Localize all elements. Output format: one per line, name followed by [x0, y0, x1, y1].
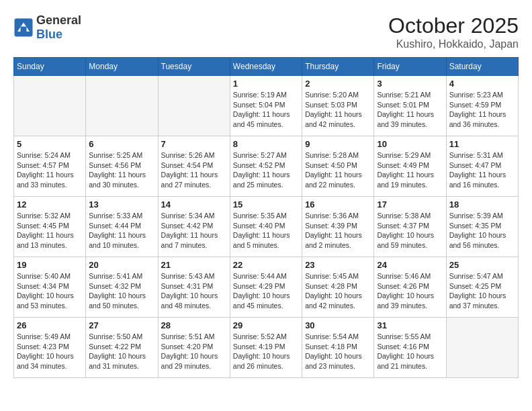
- calendar-cell: 5Sunrise: 5:24 AM Sunset: 4:57 PM Daylig…: [14, 136, 86, 197]
- calendar-cell: 22Sunrise: 5:44 AM Sunset: 4:29 PM Dayli…: [230, 257, 302, 318]
- day-number: 13: [89, 199, 154, 210]
- day-info: Sunrise: 5:31 AM Sunset: 4:47 PM Dayligh…: [449, 150, 515, 190]
- calendar-cell: 16Sunrise: 5:36 AM Sunset: 4:39 PM Dayli…: [302, 197, 374, 257]
- logo-general: General: [36, 13, 81, 27]
- day-number: 18: [449, 199, 515, 210]
- day-info: Sunrise: 5:32 AM Sunset: 4:45 PM Dayligh…: [17, 211, 83, 250]
- day-number: 4: [449, 79, 515, 89]
- day-number: 9: [305, 139, 371, 149]
- calendar-cell: 21Sunrise: 5:43 AM Sunset: 4:31 PM Dayli…: [158, 257, 230, 318]
- calendar-cell: 18Sunrise: 5:39 AM Sunset: 4:35 PM Dayli…: [446, 197, 518, 257]
- day-number: 24: [377, 260, 443, 270]
- day-number: 29: [233, 320, 299, 330]
- calendar-cell: 10Sunrise: 5:29 AM Sunset: 4:49 PM Dayli…: [374, 136, 446, 197]
- week-row-4: 19Sunrise: 5:40 AM Sunset: 4:34 PM Dayli…: [14, 257, 519, 318]
- day-number: 10: [377, 139, 443, 149]
- day-number: 8: [233, 139, 299, 149]
- day-number: 31: [377, 320, 443, 330]
- day-number: 22: [233, 260, 299, 270]
- calendar-cell: 20Sunrise: 5:41 AM Sunset: 4:32 PM Dayli…: [86, 257, 158, 318]
- day-number: 3: [377, 79, 443, 89]
- weekday-header-thursday: Thursday: [302, 58, 374, 76]
- weekday-header-tuesday: Tuesday: [158, 58, 230, 76]
- logo-icon: [13, 17, 34, 38]
- day-number: 7: [161, 139, 227, 149]
- day-number: 17: [377, 199, 443, 210]
- week-row-5: 26Sunrise: 5:49 AM Sunset: 4:23 PM Dayli…: [14, 318, 519, 378]
- weekday-header-row: SundayMondayTuesdayWednesdayThursdayFrid…: [14, 58, 519, 76]
- calendar-cell: [446, 318, 518, 378]
- calendar-cell: 2Sunrise: 5:20 AM Sunset: 5:03 PM Daylig…: [302, 76, 374, 136]
- weekday-header-wednesday: Wednesday: [230, 58, 302, 76]
- day-number: 16: [305, 199, 371, 210]
- day-number: 19: [17, 260, 83, 270]
- month-title: October 2025: [388, 13, 519, 38]
- day-info: Sunrise: 5:36 AM Sunset: 4:39 PM Dayligh…: [305, 211, 371, 250]
- day-info: Sunrise: 5:27 AM Sunset: 4:52 PM Dayligh…: [233, 150, 299, 190]
- day-info: Sunrise: 5:44 AM Sunset: 4:29 PM Dayligh…: [233, 271, 299, 311]
- day-info: Sunrise: 5:25 AM Sunset: 4:56 PM Dayligh…: [89, 150, 154, 190]
- calendar-cell: 4Sunrise: 5:23 AM Sunset: 4:59 PM Daylig…: [446, 76, 518, 136]
- day-info: Sunrise: 5:38 AM Sunset: 4:37 PM Dayligh…: [377, 211, 443, 250]
- logo: General Blue: [13, 13, 81, 42]
- day-info: Sunrise: 5:39 AM Sunset: 4:35 PM Dayligh…: [449, 211, 515, 250]
- calendar-cell: 7Sunrise: 5:26 AM Sunset: 4:54 PM Daylig…: [158, 136, 230, 197]
- week-row-1: 1Sunrise: 5:19 AM Sunset: 5:04 PM Daylig…: [14, 76, 519, 136]
- day-info: Sunrise: 5:46 AM Sunset: 4:26 PM Dayligh…: [377, 271, 443, 311]
- calendar-cell: 24Sunrise: 5:46 AM Sunset: 4:26 PM Dayli…: [374, 257, 446, 318]
- day-number: 5: [17, 139, 83, 149]
- day-info: Sunrise: 5:21 AM Sunset: 5:01 PM Dayligh…: [377, 90, 443, 130]
- day-number: 20: [89, 260, 154, 270]
- day-number: 12: [17, 199, 83, 210]
- day-info: Sunrise: 5:43 AM Sunset: 4:31 PM Dayligh…: [161, 271, 227, 311]
- day-info: Sunrise: 5:34 AM Sunset: 4:42 PM Dayligh…: [161, 211, 227, 250]
- calendar-cell: 26Sunrise: 5:49 AM Sunset: 4:23 PM Dayli…: [14, 318, 86, 378]
- day-info: Sunrise: 5:33 AM Sunset: 4:44 PM Dayligh…: [89, 211, 154, 250]
- day-info: Sunrise: 5:19 AM Sunset: 5:04 PM Dayligh…: [233, 90, 299, 130]
- day-info: Sunrise: 5:41 AM Sunset: 4:32 PM Dayligh…: [89, 271, 154, 311]
- day-number: 28: [161, 320, 227, 330]
- calendar-cell: [14, 76, 86, 136]
- calendar-cell: 6Sunrise: 5:25 AM Sunset: 4:56 PM Daylig…: [86, 136, 158, 197]
- day-number: 6: [89, 139, 154, 149]
- calendar-cell: 3Sunrise: 5:21 AM Sunset: 5:01 PM Daylig…: [374, 76, 446, 136]
- calendar-cell: 15Sunrise: 5:35 AM Sunset: 4:40 PM Dayli…: [230, 197, 302, 257]
- day-info: Sunrise: 5:50 AM Sunset: 4:22 PM Dayligh…: [89, 332, 154, 371]
- weekday-header-monday: Monday: [86, 58, 158, 76]
- title-area: October 2025 Kushiro, Hokkaido, Japan: [388, 13, 519, 50]
- page-header: General Blue October 2025 Kushiro, Hokka…: [13, 13, 519, 50]
- calendar-cell: 17Sunrise: 5:38 AM Sunset: 4:37 PM Dayli…: [374, 197, 446, 257]
- calendar-cell: 30Sunrise: 5:54 AM Sunset: 4:18 PM Dayli…: [302, 318, 374, 378]
- calendar-cell: 1Sunrise: 5:19 AM Sunset: 5:04 PM Daylig…: [230, 76, 302, 136]
- day-info: Sunrise: 5:52 AM Sunset: 4:19 PM Dayligh…: [233, 332, 299, 371]
- day-number: 14: [161, 199, 227, 210]
- calendar-cell: 13Sunrise: 5:33 AM Sunset: 4:44 PM Dayli…: [86, 197, 158, 257]
- day-number: 26: [17, 320, 83, 330]
- day-info: Sunrise: 5:29 AM Sunset: 4:49 PM Dayligh…: [377, 150, 443, 190]
- calendar-cell: [86, 76, 158, 136]
- calendar-cell: 14Sunrise: 5:34 AM Sunset: 4:42 PM Dayli…: [158, 197, 230, 257]
- day-number: 23: [305, 260, 371, 270]
- day-number: 1: [233, 79, 299, 89]
- day-number: 30: [305, 320, 371, 330]
- day-info: Sunrise: 5:49 AM Sunset: 4:23 PM Dayligh…: [17, 332, 83, 371]
- logo-blue: Blue: [36, 28, 62, 41]
- weekday-header-friday: Friday: [374, 58, 446, 76]
- day-info: Sunrise: 5:28 AM Sunset: 4:50 PM Dayligh…: [305, 150, 371, 190]
- day-info: Sunrise: 5:35 AM Sunset: 4:40 PM Dayligh…: [233, 211, 299, 250]
- logo-text: General Blue: [36, 13, 81, 42]
- day-number: 25: [449, 260, 515, 270]
- location-title: Kushiro, Hokkaido, Japan: [388, 38, 519, 50]
- day-info: Sunrise: 5:45 AM Sunset: 4:28 PM Dayligh…: [305, 271, 371, 311]
- day-info: Sunrise: 5:26 AM Sunset: 4:54 PM Dayligh…: [161, 150, 227, 190]
- day-number: 15: [233, 199, 299, 210]
- calendar-cell: 29Sunrise: 5:52 AM Sunset: 4:19 PM Dayli…: [230, 318, 302, 378]
- calendar-cell: 31Sunrise: 5:55 AM Sunset: 4:16 PM Dayli…: [374, 318, 446, 378]
- day-info: Sunrise: 5:51 AM Sunset: 4:20 PM Dayligh…: [161, 332, 227, 371]
- day-info: Sunrise: 5:24 AM Sunset: 4:57 PM Dayligh…: [17, 150, 83, 190]
- calendar-cell: 19Sunrise: 5:40 AM Sunset: 4:34 PM Dayli…: [14, 257, 86, 318]
- week-row-2: 5Sunrise: 5:24 AM Sunset: 4:57 PM Daylig…: [14, 136, 519, 197]
- day-number: 11: [449, 139, 515, 149]
- calendar-cell: [158, 76, 230, 136]
- calendar-cell: 25Sunrise: 5:47 AM Sunset: 4:25 PM Dayli…: [446, 257, 518, 318]
